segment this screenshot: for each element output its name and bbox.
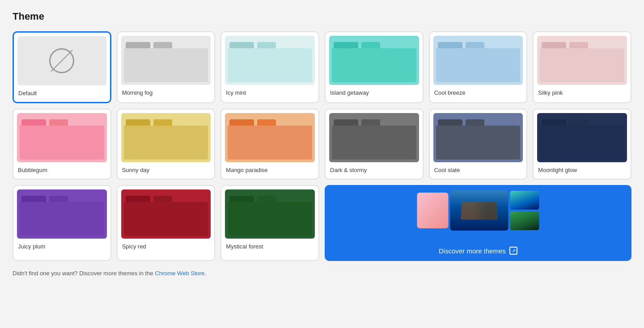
discover-label: Discover more themes <box>439 247 517 257</box>
theme-card-default[interactable]: Default <box>13 31 111 103</box>
theme-card-island-getaway[interactable]: Island getaway <box>325 31 424 103</box>
theme-card-cool-slate[interactable]: Cool slate <box>429 109 528 180</box>
theme-preview-mango-paradise <box>225 113 315 162</box>
footer-text-after: . <box>204 270 206 277</box>
theme-card-icy-mint[interactable]: Icy mint <box>220 31 319 103</box>
theme-preview-sunny-day <box>121 113 211 162</box>
discover-images-container <box>417 190 539 231</box>
discover-themes-card[interactable]: Discover more themes <box>325 185 631 261</box>
theme-label-icy-mint: Icy mint <box>225 89 315 96</box>
theme-preview-cool-slate <box>433 113 523 162</box>
external-link-icon <box>509 247 517 255</box>
theme-preview-morning-fog <box>121 36 211 85</box>
theme-label-moonlight-glow: Moonlight glow <box>537 167 627 173</box>
theme-card-mystical-forest[interactable]: Mystical forest <box>220 185 319 261</box>
theme-label-cool-breeze: Cool breeze <box>433 89 523 96</box>
theme-preview-island-getaway <box>329 36 419 85</box>
theme-card-juicy-plum[interactable]: Juicy plum <box>13 185 111 261</box>
footer-text-before: Didn't find one you want? Discover more … <box>13 270 155 277</box>
theme-preview-juicy-plum <box>17 189 107 239</box>
theme-card-silky-pink[interactable]: Silky pink <box>533 31 631 103</box>
discover-label-text: Discover more themes <box>439 247 506 255</box>
theme-preview-dark-stormy <box>329 113 419 162</box>
theme-card-cool-breeze[interactable]: Cool breeze <box>429 31 528 103</box>
theme-preview-spicy-red <box>121 189 211 239</box>
theme-label-silky-pink: Silky pink <box>537 89 627 96</box>
theme-preview-default <box>17 36 106 85</box>
theme-card-mango-paradise[interactable]: Mango paradise <box>220 109 319 180</box>
theme-label-bubblegum: Bubblegum <box>17 167 107 173</box>
theme-card-bubblegum[interactable]: Bubblegum <box>13 109 111 180</box>
theme-card-sunny-day[interactable]: Sunny day <box>117 109 216 180</box>
theme-label-spicy-red: Spicy red <box>121 243 211 250</box>
no-symbol-icon <box>49 48 74 73</box>
discover-image-ocean <box>450 190 508 231</box>
theme-label-cool-slate: Cool slate <box>433 167 523 173</box>
theme-preview-icy-mint <box>225 36 315 85</box>
theme-label-dark-stormy: Dark & stormy <box>329 167 419 173</box>
footer-text: Didn't find one you want? Discover more … <box>13 270 631 277</box>
theme-label-island-getaway: Island getaway <box>329 89 419 96</box>
theme-card-dark-stormy[interactable]: Dark & stormy <box>325 109 424 180</box>
theme-card-moonlight-glow[interactable]: Moonlight glow <box>533 109 631 180</box>
theme-card-morning-fog[interactable]: Morning fog <box>117 31 216 103</box>
chrome-web-store-link[interactable]: Chrome Web Store <box>155 270 204 277</box>
theme-card-spicy-red[interactable]: Spicy red <box>117 185 216 261</box>
theme-label-mystical-forest: Mystical forest <box>225 243 315 250</box>
theme-label-default: Default <box>17 90 106 97</box>
theme-label-sunny-day: Sunny day <box>121 167 211 173</box>
discover-image-aurora <box>510 191 539 210</box>
theme-preview-bubblegum <box>17 113 107 162</box>
discover-image-pink <box>417 193 449 228</box>
theme-grid: Default Morning fog Icy mint <box>13 31 631 261</box>
theme-label-juicy-plum: Juicy plum <box>17 243 107 250</box>
theme-preview-moonlight-glow <box>537 113 627 162</box>
theme-preview-mystical-forest <box>225 189 315 239</box>
theme-preview-cool-breeze <box>433 36 523 85</box>
theme-label-morning-fog: Morning fog <box>121 89 211 96</box>
theme-preview-silky-pink <box>537 36 627 85</box>
page-title: Theme <box>13 11 631 22</box>
discover-image-forest <box>510 211 539 230</box>
theme-label-mango-paradise: Mango paradise <box>225 167 315 173</box>
